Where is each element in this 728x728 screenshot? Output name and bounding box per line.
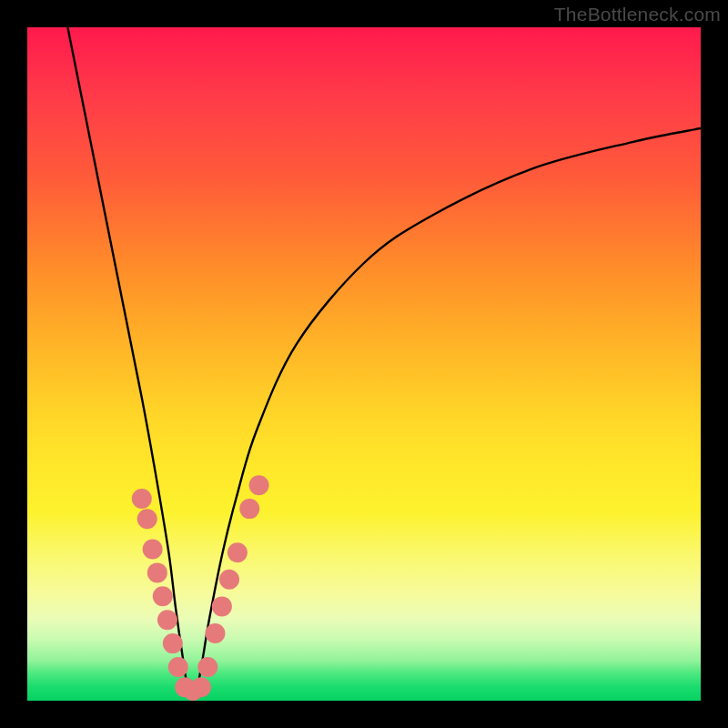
plot-area <box>27 27 701 701</box>
data-marker <box>132 489 152 509</box>
data-marker <box>143 540 163 560</box>
data-marker <box>163 633 183 653</box>
data-marker <box>197 657 217 677</box>
data-marker <box>153 586 173 606</box>
data-marker <box>191 677 211 697</box>
watermark-text: TheBottleneck.com <box>554 4 721 25</box>
chart-frame: TheBottleneck.com <box>0 0 728 728</box>
data-marker <box>212 596 232 616</box>
data-marker <box>157 610 177 630</box>
data-marker <box>228 542 248 562</box>
data-marker <box>168 657 188 677</box>
data-marker <box>205 623 225 643</box>
data-markers <box>132 475 269 701</box>
chart-svg <box>27 27 701 701</box>
data-marker <box>147 562 167 582</box>
data-marker <box>219 570 239 590</box>
data-marker <box>137 509 157 529</box>
data-marker <box>239 499 259 519</box>
data-marker <box>249 475 269 495</box>
